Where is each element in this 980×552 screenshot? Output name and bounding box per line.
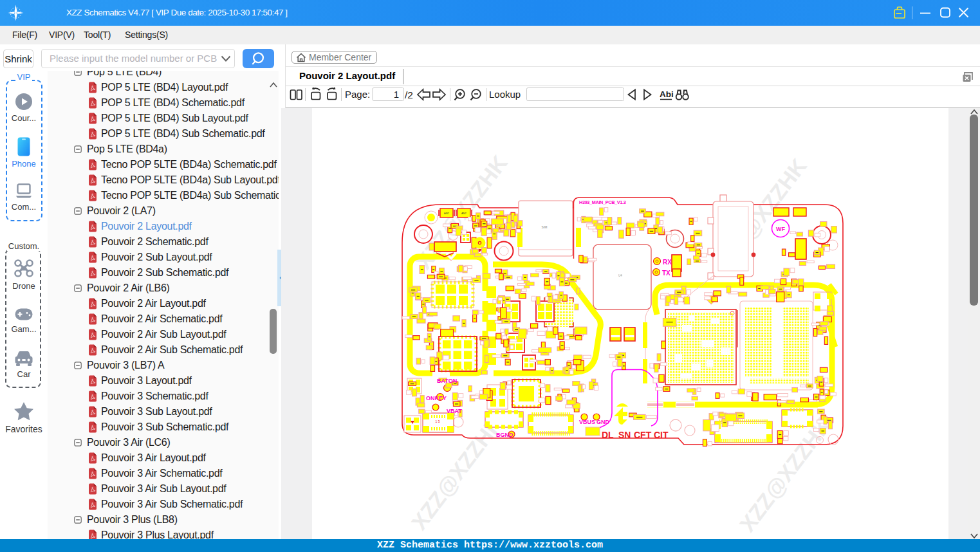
svg-text:ONKEY: ONKEY — [426, 395, 447, 401]
svg-text:BGND: BGND — [496, 432, 513, 438]
svg-text:H393_MAIN_PCB_V1.3: H393_MAIN_PCB_V1.3 — [579, 199, 626, 205]
svg-text:BATON: BATON — [437, 378, 457, 384]
svg-text:U4: U4 — [618, 274, 622, 277]
svg-text:VBAT: VBAT — [447, 408, 462, 414]
svg-text:Abi: Abi — [660, 89, 674, 99]
svg-text:CIT: CIT — [654, 430, 669, 440]
svg-text:SN: SN — [618, 430, 631, 440]
svg-text:TX: TX — [662, 270, 670, 277]
svg-text:CFT: CFT — [634, 430, 652, 440]
svg-text:XZZ@XZZHK: XZZ@XZZHK — [407, 411, 508, 534]
svg-text:/2: /2 — [405, 89, 413, 100]
svg-text:ANT: ANT — [444, 212, 450, 215]
svg-text:VBUS: VBUS — [579, 419, 595, 425]
svg-text:SIM: SIM — [542, 225, 548, 229]
svg-text:Lookup: Lookup — [489, 89, 521, 100]
svg-text:RX: RX — [663, 259, 672, 266]
svg-text:DL: DL — [602, 430, 614, 440]
svg-text:WF: WF — [776, 226, 785, 232]
svg-text:1: 1 — [394, 89, 399, 100]
svg-text:1 5: 1 5 — [436, 419, 440, 423]
svg-text:GND: GND — [596, 419, 610, 425]
svg-text:ANT: ANT — [461, 212, 467, 215]
svg-text:Page:: Page: — [345, 89, 370, 100]
